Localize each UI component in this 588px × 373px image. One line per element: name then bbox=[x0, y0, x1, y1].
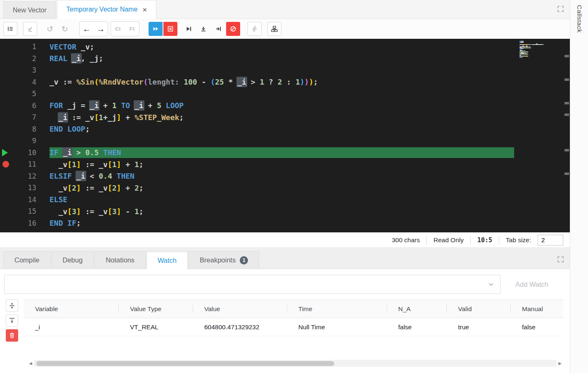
scrollbar-track[interactable] bbox=[34, 360, 557, 367]
expand-panel-button[interactable] bbox=[556, 255, 565, 264]
minimap-line bbox=[520, 57, 561, 58]
collapse-rows-button[interactable] bbox=[6, 300, 18, 312]
watch-body: _iVT_REAL604800.471329232Null Timefalset… bbox=[24, 318, 563, 336]
gutter-margin[interactable] bbox=[0, 205, 12, 217]
code-line[interactable]: 6FOR _j = _i + 1 TO _i + 5 LOOP bbox=[0, 100, 570, 112]
lightning-icon bbox=[251, 26, 258, 32]
gutter-margin[interactable] bbox=[0, 111, 12, 123]
current-statement-icon[interactable] bbox=[0, 147, 12, 159]
code-line[interactable]: 3 bbox=[0, 64, 570, 76]
gutter-margin[interactable] bbox=[0, 53, 12, 65]
tab-label: Breakpoints bbox=[200, 256, 236, 264]
f-lines-button[interactable]: F bbox=[125, 22, 139, 36]
code-line[interactable]: 9 bbox=[0, 135, 570, 147]
column-header-value-type[interactable]: Value Type bbox=[119, 300, 193, 318]
code-area[interactable]: 1VECTOR _v;2REAL _i, _j;34_v := %Sin(%Rn… bbox=[0, 39, 570, 232]
code-line[interactable]: 16END IF; bbox=[0, 217, 570, 229]
code-line[interactable]: 2REAL _i, _j; bbox=[0, 53, 570, 65]
column-header-value[interactable]: Value bbox=[193, 300, 287, 318]
gutter-margin[interactable] bbox=[0, 64, 12, 76]
ruler-mark bbox=[564, 102, 569, 104]
nav-forward-button[interactable]: → bbox=[94, 22, 108, 36]
gutter-margin[interactable] bbox=[0, 76, 12, 88]
tab-debug[interactable]: Debug bbox=[52, 251, 94, 269]
code-line[interactable]: 11 _v[1] := _v[1] + 1; bbox=[0, 158, 570, 170]
code-line[interactable]: 15 _v[3] := _v[3] - 1; bbox=[0, 205, 570, 217]
run-script-button[interactable] bbox=[248, 22, 262, 36]
gutter-margin[interactable] bbox=[0, 182, 12, 194]
hierarchy-button[interactable] bbox=[267, 22, 281, 36]
delete-watch-button[interactable] bbox=[6, 329, 18, 342]
watch-side-tools bbox=[6, 300, 18, 373]
app-window: New Vector Temporary Vector Name × ↺ ↻ bbox=[0, 0, 588, 373]
expand-editor-button[interactable] bbox=[556, 4, 565, 13]
abort-button[interactable] bbox=[226, 22, 240, 36]
tab-size-input[interactable] bbox=[538, 235, 563, 246]
tab-watch[interactable]: Watch bbox=[146, 252, 188, 269]
apply-button[interactable] bbox=[23, 22, 37, 36]
check-underline-icon bbox=[27, 26, 33, 32]
horizontal-scrollbar[interactable]: ◀ ▶ bbox=[27, 360, 563, 367]
code-line[interactable]: 4_v := %Sin(%RndVector(lenght: 100 - (25… bbox=[0, 76, 570, 88]
redo-button[interactable]: ↻ bbox=[58, 22, 72, 36]
gutter-margin[interactable] bbox=[0, 217, 12, 229]
column-header-n-a[interactable]: N_A bbox=[387, 300, 447, 318]
callstack-sidebar[interactable]: Callstack bbox=[570, 0, 588, 373]
expand-rows-button[interactable] bbox=[6, 314, 18, 327]
scroll-left-icon[interactable]: ◀ bbox=[27, 360, 34, 367]
line-number: 1 bbox=[12, 42, 36, 51]
gutter-margin[interactable] bbox=[0, 100, 12, 112]
nav-back-button[interactable]: ← bbox=[80, 22, 94, 36]
column-header-time[interactable]: Time bbox=[287, 300, 387, 318]
code-line[interactable]: 10IF _i > 0.5 THEN bbox=[0, 147, 570, 159]
breakpoint-icon[interactable] bbox=[0, 158, 12, 170]
gutter-margin[interactable] bbox=[0, 123, 12, 135]
gutter-margin[interactable] bbox=[0, 170, 12, 182]
column-header-manual[interactable]: Manual bbox=[511, 300, 563, 318]
step-out-button[interactable] bbox=[211, 22, 225, 36]
c-lines-button[interactable]: C bbox=[111, 22, 125, 36]
code-line[interactable]: 5 bbox=[0, 88, 570, 100]
column-header-valid[interactable]: Valid bbox=[447, 300, 511, 318]
gutter-margin[interactable] bbox=[0, 135, 12, 147]
code-line[interactable]: 12ELSIF _i < 0.4 THEN bbox=[0, 170, 570, 182]
tab-new-vector[interactable]: New Vector bbox=[3, 1, 56, 19]
code-line[interactable]: 14ELSE bbox=[0, 194, 570, 206]
column-header-variable[interactable]: Variable bbox=[24, 300, 119, 318]
chevron-down-icon[interactable] bbox=[488, 281, 494, 288]
tab-temporary-vector[interactable]: Temporary Vector Name × bbox=[57, 0, 157, 19]
watch-row[interactable]: _iVT_REAL604800.471329232Null Timefalset… bbox=[24, 318, 563, 336]
fast-forward-icon bbox=[152, 26, 159, 32]
code-text: REAL _i, _j; bbox=[50, 54, 103, 63]
close-tab-icon[interactable]: × bbox=[142, 6, 147, 14]
watch-cell: _i bbox=[24, 318, 119, 336]
code-line[interactable]: 8END LOOP; bbox=[0, 123, 570, 135]
watch-input-row: Add Watch bbox=[4, 275, 570, 294]
continue-button[interactable] bbox=[149, 22, 163, 36]
undo-button[interactable]: ↺ bbox=[43, 22, 57, 36]
tab-compile[interactable]: Compile bbox=[3, 251, 51, 269]
gutter-margin[interactable] bbox=[0, 88, 12, 100]
watch-expression-combo[interactable] bbox=[4, 275, 501, 294]
minimap[interactable] bbox=[520, 41, 561, 58]
step-next-icon bbox=[185, 26, 192, 32]
tab-notations[interactable]: Notations bbox=[94, 251, 146, 269]
code-line[interactable]: 7 _i := _v[1+_j] + %STEP_Week; bbox=[0, 111, 570, 123]
step-into-button[interactable] bbox=[196, 22, 210, 36]
gutter-margin[interactable] bbox=[0, 41, 12, 53]
scrollbar-thumb[interactable] bbox=[36, 361, 334, 366]
code-editor[interactable]: 1VECTOR _v;2REAL _i, _j;34_v := %Sin(%Rn… bbox=[0, 39, 570, 232]
gutter-margin[interactable] bbox=[0, 194, 12, 206]
watch-expression-input[interactable] bbox=[5, 275, 500, 293]
code-line[interactable]: 1VECTOR _v; bbox=[0, 41, 570, 53]
arrows-to-line-icon bbox=[9, 302, 15, 309]
tab-breakpoints[interactable]: Breakpoints 1 bbox=[189, 251, 259, 269]
code-line[interactable]: 13 _v[2] := _v[2] + 2; bbox=[0, 182, 570, 194]
overview-ruler[interactable] bbox=[564, 39, 570, 232]
terminate-button[interactable] bbox=[163, 22, 177, 36]
tab-bar: New Vector Temporary Vector Name × bbox=[0, 0, 570, 19]
add-watch-button[interactable]: Add Watch bbox=[501, 280, 563, 289]
step-next-button[interactable] bbox=[182, 22, 196, 36]
scroll-right-icon[interactable]: ▶ bbox=[557, 360, 563, 367]
outline-button[interactable] bbox=[3, 22, 17, 36]
